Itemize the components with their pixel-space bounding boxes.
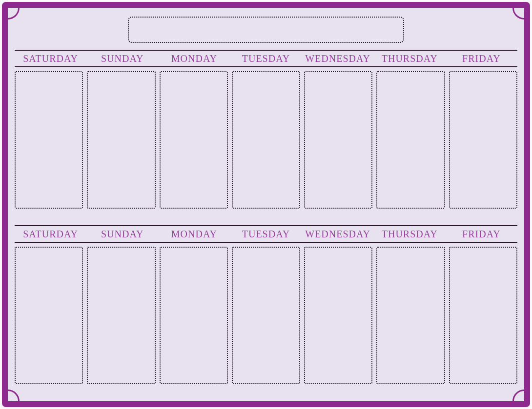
day-header: MONDAY (158, 229, 230, 240)
day-box[interactable] (304, 247, 372, 384)
day-box[interactable] (449, 247, 517, 384)
day-header: FRIDAY (446, 53, 517, 64)
day-box[interactable] (15, 71, 83, 209)
day-header: WEDNESDAY (302, 229, 374, 240)
day-header: THURSDAY (374, 229, 446, 240)
day-box[interactable] (87, 247, 155, 384)
day-header: TUESDAY (230, 229, 302, 240)
planner-frame: SATURDAY SUNDAY MONDAY TUESDAY WEDNESDAY… (2, 2, 530, 407)
week-day-row (15, 71, 517, 209)
week-header-row: SATURDAY SUNDAY MONDAY TUESDAY WEDNESDAY… (15, 225, 517, 243)
day-box[interactable] (232, 247, 300, 384)
week-day-row (15, 247, 517, 384)
day-header: FRIDAY (446, 229, 517, 240)
title-input[interactable] (128, 17, 404, 43)
title-row (15, 17, 517, 43)
day-box[interactable] (160, 71, 228, 209)
week-header-row: SATURDAY SUNDAY MONDAY TUESDAY WEDNESDAY… (15, 50, 517, 67)
day-header: SUNDAY (86, 53, 158, 64)
day-box[interactable] (304, 71, 372, 209)
planner-panel: SATURDAY SUNDAY MONDAY TUESDAY WEDNESDAY… (8, 8, 524, 401)
day-header: MONDAY (158, 53, 230, 64)
day-box[interactable] (87, 71, 155, 209)
day-header: SATURDAY (15, 53, 86, 64)
week-block: SATURDAY SUNDAY MONDAY TUESDAY WEDNESDAY… (15, 225, 517, 384)
day-box[interactable] (449, 71, 517, 209)
day-header: TUESDAY (230, 53, 302, 64)
day-box[interactable] (160, 247, 228, 384)
day-header: SATURDAY (15, 229, 86, 240)
corner-notch-icon (512, 390, 524, 401)
week-block: SATURDAY SUNDAY MONDAY TUESDAY WEDNESDAY… (15, 50, 517, 209)
day-box[interactable] (15, 247, 83, 384)
day-box[interactable] (376, 71, 445, 209)
day-header: THURSDAY (374, 53, 446, 64)
day-box[interactable] (376, 247, 445, 384)
day-box[interactable] (232, 71, 300, 209)
day-header: WEDNESDAY (302, 53, 374, 64)
corner-notch-icon (8, 390, 20, 401)
day-header: SUNDAY (86, 229, 158, 240)
